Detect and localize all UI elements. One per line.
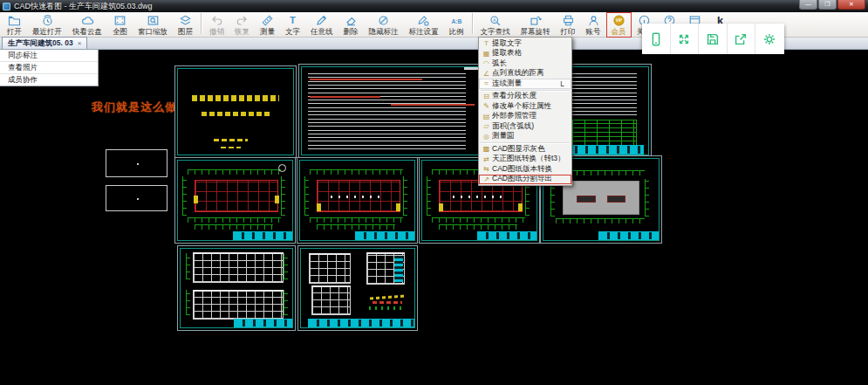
cover-subtitle-lines	[202, 112, 269, 116]
notes-red-text-1	[310, 79, 422, 80]
detail-arc-red	[372, 301, 401, 304]
context-panel-item-2[interactable]: 查看照片	[0, 62, 98, 74]
context-panel-item-1[interactable]: 同步标注	[0, 50, 98, 62]
zoomwin-icon	[147, 14, 160, 27]
view-segment-length-icon: ⊟	[481, 93, 492, 100]
menu-item-area-with-arc[interactable]: ▱面积(含弧线)	[479, 121, 571, 132]
dimension-line	[284, 253, 288, 280]
textT-icon	[286, 14, 299, 27]
menu-item-cad-version-convert[interactable]: ⇆CAD图纸版本转换	[479, 164, 571, 175]
pencil-icon	[315, 14, 328, 27]
toolbar-full-view-button[interactable]: 全图	[107, 12, 133, 38]
dimension-line	[556, 218, 645, 223]
cover-footer-line-1	[214, 139, 248, 141]
tianzheng-convert-icon: ⇄	[481, 155, 492, 163]
dimension-line	[186, 290, 190, 315]
menu-item-modify-single-annotation[interactable]: ✎修改单个标注属性	[479, 101, 571, 112]
toolbar-hide-annotation-button[interactable]: 隐藏标注	[364, 12, 404, 38]
toolbar-text-button[interactable]: 文字	[280, 12, 305, 38]
redo-icon	[236, 14, 249, 27]
toolbar-recent-open-button[interactable]: 最近打开	[27, 12, 67, 38]
toolbar-measure-button[interactable]: 测量	[255, 12, 280, 38]
extract-text-icon: T	[481, 39, 492, 47]
layers-icon	[179, 14, 192, 27]
menu-item-label: CAD图显示灰色	[492, 144, 569, 155]
dimension-line	[281, 176, 285, 216]
menu-item-extract-table[interactable]: ▦提取表格	[479, 49, 571, 59]
toolbar-find-text-button[interactable]: 文字查找	[475, 12, 516, 38]
dimension-line	[304, 176, 309, 216]
quickbar-mobile-icon[interactable]	[642, 24, 671, 54]
toolbar-screen-rotate-button[interactable]: 屏幕旋转	[516, 12, 556, 38]
q-mobile-icon	[648, 31, 664, 47]
menu-item-xref-manage[interactable]: ▤外部参照管理	[479, 112, 571, 122]
clock-icon	[41, 14, 54, 27]
center-dot	[137, 163, 139, 165]
menu-item-cad-split-export[interactable]: ↗CAD图纸分割导出	[479, 175, 571, 185]
toolbar-annotation-settings-button[interactable]: 标注设置	[404, 12, 444, 38]
user-icon	[587, 14, 600, 27]
stair-block	[396, 203, 400, 211]
menu-item-cad-gray-display[interactable]: ▩CAD图显示灰色	[479, 144, 571, 155]
toolbar-window-zoom-button[interactable]: 窗口缩放	[133, 12, 173, 38]
toolbar-vip-member-label: 会员	[612, 27, 626, 38]
dimension-line	[195, 224, 273, 230]
toolbar-cloud-drive-button[interactable]: 快看云盘	[67, 12, 107, 38]
toolbar-scale-button[interactable]: 比例	[444, 12, 469, 38]
detail-arc-yellow	[370, 295, 406, 300]
point-to-line-distance-icon: ∠	[481, 70, 492, 78]
toolbar-annotation-settings-label: 标注设置	[409, 27, 439, 38]
cad-sheet-design-notes	[298, 64, 652, 158]
menu-item-point-to-line-distance[interactable]: ∠点到直线的距离	[479, 69, 571, 79]
minimize-button[interactable]: —	[799, 0, 817, 10]
cad-split-export-icon: ↗	[481, 175, 492, 183]
toolbar-open-button[interactable]: 打开	[2, 12, 27, 38]
menu-item-view-segment-length[interactable]: ⊟查看分段长度	[479, 92, 571, 102]
menu-item-label: CAD图纸分割导出	[492, 174, 569, 184]
quickbar-settings-icon[interactable]	[755, 24, 784, 54]
cad-sheet-cover	[174, 65, 297, 158]
toolbar-layers-button[interactable]: 图层	[173, 12, 198, 38]
elevation-view-2	[193, 290, 283, 320]
toolbar-separator	[201, 13, 202, 34]
toolbar-layers-label: 图层	[178, 27, 193, 38]
quickbar-share-icon[interactable]	[728, 24, 756, 54]
stair-block	[317, 203, 321, 211]
eraser-icon	[345, 14, 358, 27]
menu-item-measure-circle[interactable]: ◎测量圆	[479, 132, 571, 142]
plan-title-block	[598, 231, 659, 240]
plan-title-block	[477, 231, 537, 240]
menu-item-continuous-measure[interactable]: ≈连续测量L	[479, 79, 571, 89]
tab-label: 生产车间建筑05. 03	[8, 38, 73, 49]
roof-opening	[607, 196, 625, 203]
drawing-canvas[interactable]: 同步标注查看照片成员协作 我们就是这么做的	[0, 50, 868, 385]
menu-item-extract-text[interactable]: T提取文字	[479, 38, 571, 49]
cover-footer-line-2	[221, 147, 240, 148]
dimension-line	[186, 253, 190, 280]
toolbar-delete-button[interactable]: 删除	[338, 12, 364, 38]
document-tab[interactable]: 生产车间建筑05. 03×	[2, 37, 87, 49]
vip-tools-dropdown-menu: T提取文字▦提取表格◠弧长∠点到直线的距离≈连续测量L⊟查看分段长度✎修改单个标…	[478, 37, 572, 186]
cad-gray-display-icon: ▩	[481, 145, 492, 153]
cad-sheet-elevations	[177, 245, 296, 331]
plan-title-block	[233, 231, 293, 240]
close-button[interactable]: ✕	[837, 0, 865, 10]
menu-item-tianzheng-convert[interactable]: ⇄天正图纸转换（转t3）	[479, 155, 571, 165]
dimension-line	[317, 224, 395, 230]
section-view	[311, 285, 352, 315]
tab-close-icon[interactable]: ×	[78, 39, 82, 47]
quickbar-fullscreen-icon[interactable]	[671, 24, 700, 54]
toolbar-free-line-button[interactable]: 任意线	[305, 12, 338, 38]
printer-icon	[562, 14, 575, 27]
cad-sheet-floor-plan-2	[297, 157, 418, 244]
menu-item-arc-length[interactable]: ◠弧长	[479, 58, 571, 69]
toolbar-account-button[interactable]: 账号	[581, 12, 606, 38]
empty-frame-1	[106, 149, 167, 177]
toolbar-vip-member-button[interactable]: 会员	[606, 12, 632, 38]
menu-item-label: CAD图纸版本转换	[492, 164, 569, 175]
quickbar-save-icon[interactable]	[699, 24, 728, 54]
toolbar-print-button[interactable]: 打印	[556, 12, 581, 38]
empty-frame-2	[106, 185, 167, 211]
context-panel-item-3[interactable]: 成员协作	[0, 74, 98, 86]
maximize-button[interactable]: ❐	[818, 0, 837, 10]
